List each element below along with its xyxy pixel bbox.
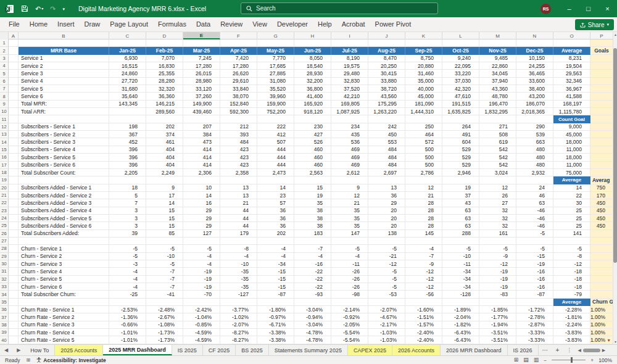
- cell[interactable]: [442, 238, 479, 245]
- cell[interactable]: -35: [220, 268, 257, 275]
- restore-button[interactable]: □: [579, 0, 598, 17]
- table-header-month[interactable]: Apr-25: [220, 47, 257, 54]
- cell[interactable]: -1.57%: [405, 321, 442, 329]
- goal-cell[interactable]: [590, 55, 613, 62]
- cell[interactable]: -3.77%: [220, 306, 257, 313]
- table-header-month[interactable]: Nov-25: [479, 47, 516, 54]
- cell[interactable]: 35,000: [405, 78, 442, 85]
- row-label[interactable]: Churn Rate - Service 1: [19, 306, 109, 313]
- cell[interactable]: 161: [479, 230, 516, 238]
- cell[interactable]: 198: [109, 123, 146, 131]
- cell[interactable]: 15: [146, 207, 183, 215]
- cell[interactable]: 752,200: [257, 108, 294, 115]
- cell[interactable]: 529: [442, 146, 479, 154]
- cell[interactable]: 17: [146, 192, 183, 199]
- cell[interactable]: 2,358: [220, 169, 257, 176]
- cell[interactable]: -4: [183, 253, 220, 260]
- cell[interactable]: 175,295: [368, 101, 405, 108]
- row-label[interactable]: Total Subscribers Added:: [19, 230, 109, 238]
- cell[interactable]: 3: [109, 207, 146, 215]
- goal-cell[interactable]: [590, 78, 613, 85]
- cell[interactable]: -22: [294, 268, 331, 275]
- cell[interactable]: 29: [183, 207, 220, 215]
- zoom-out-icon[interactable]: −: [544, 357, 547, 363]
- cell[interactable]: 35: [331, 207, 368, 215]
- cell[interactable]: -1.82%: [442, 321, 479, 329]
- cell[interactable]: [442, 176, 479, 184]
- average-cell[interactable]: 25: [553, 222, 590, 230]
- cell[interactable]: 264: [442, 123, 479, 131]
- cell[interactable]: -2.53%: [109, 306, 146, 313]
- cell[interactable]: 26,620: [220, 70, 257, 77]
- cell[interactable]: 24,255: [516, 62, 553, 70]
- cell[interactable]: -9: [405, 260, 442, 268]
- cell[interactable]: 484: [220, 138, 257, 146]
- cell[interactable]: -7: [146, 268, 183, 275]
- cell[interactable]: -6.71%: [257, 321, 294, 329]
- cell[interactable]: 48,780: [479, 93, 516, 100]
- cell[interactable]: [368, 39, 405, 47]
- average-cell[interactable]: 45,000: [553, 131, 590, 138]
- share-button[interactable]: Share ▾: [575, 19, 614, 30]
- cell[interactable]: 542: [479, 146, 516, 154]
- cell[interactable]: 27,885: [257, 70, 294, 77]
- goal-cell[interactable]: 1.00%: [590, 306, 613, 313]
- cell[interactable]: -11: [331, 260, 368, 268]
- goal-cell[interactable]: 750: [590, 184, 613, 192]
- average-cell[interactable]: 141: [553, 230, 590, 238]
- cell[interactable]: 38,400: [516, 85, 553, 93]
- cell[interactable]: [9, 245, 19, 252]
- cell[interactable]: -1.51%: [405, 313, 442, 321]
- cell[interactable]: 63: [442, 215, 479, 222]
- goal-cell[interactable]: [590, 268, 613, 275]
- row-number[interactable]: 3: [0, 55, 9, 62]
- cell[interactable]: 38: [294, 207, 331, 215]
- cell[interactable]: 19: [442, 184, 479, 192]
- cell[interactable]: 592,300: [220, 108, 257, 115]
- cell[interactable]: 35: [294, 199, 331, 207]
- cell[interactable]: 423: [220, 146, 257, 154]
- row-number[interactable]: 38: [0, 321, 9, 329]
- cell[interactable]: -0.66%: [109, 321, 146, 329]
- goal-cell[interactable]: [590, 260, 613, 268]
- cell[interactable]: 500: [405, 146, 442, 154]
- cell[interactable]: 10: [183, 184, 220, 192]
- average-cell[interactable]: 168,197: [553, 101, 590, 108]
- cell[interactable]: -1.01%: [109, 336, 146, 344]
- cell[interactable]: -4: [109, 268, 146, 275]
- sheet-tab-is-2026[interactable]: IS 2026: [508, 345, 539, 355]
- cell[interactable]: -3.04%: [294, 306, 331, 313]
- cell[interactable]: -6.43%: [442, 329, 479, 336]
- cell[interactable]: 43,560: [368, 93, 405, 100]
- cell[interactable]: 38,720: [368, 85, 405, 93]
- cell[interactable]: [183, 176, 220, 184]
- cell[interactable]: [9, 299, 19, 306]
- cell[interactable]: -5: [183, 245, 220, 252]
- row-label[interactable]: Total ARR:: [19, 108, 109, 115]
- table-header-name[interactable]: MRR Base: [19, 47, 109, 54]
- row-number[interactable]: 4: [0, 62, 9, 70]
- cell[interactable]: [479, 299, 516, 306]
- cell[interactable]: 412: [257, 131, 294, 138]
- cell[interactable]: 529: [442, 154, 479, 161]
- cell[interactable]: 8,750: [405, 55, 442, 62]
- cell[interactable]: [257, 39, 294, 47]
- cell[interactable]: -1.03%: [368, 329, 405, 336]
- cell[interactable]: -1.36%: [109, 313, 146, 321]
- cell[interactable]: [9, 108, 19, 115]
- cell[interactable]: 414: [183, 146, 220, 154]
- cell[interactable]: [146, 176, 183, 184]
- cell[interactable]: 542: [479, 162, 516, 169]
- menu-tab-view[interactable]: View: [247, 17, 272, 31]
- cell[interactable]: 20: [368, 215, 405, 222]
- cell[interactable]: 572: [405, 138, 442, 146]
- row-label[interactable]: Subscribers Added - Service 4: [19, 207, 109, 215]
- average-cell[interactable]: 14: [553, 184, 590, 192]
- cell[interactable]: 9: [146, 184, 183, 192]
- cell[interactable]: 222: [257, 123, 294, 131]
- cell[interactable]: 242: [368, 123, 405, 131]
- cell[interactable]: 26,015: [183, 70, 220, 77]
- menu-tab-help[interactable]: Help: [313, 17, 337, 31]
- cell[interactable]: -87: [257, 291, 294, 298]
- sheet-tab-cf-2025[interactable]: CF 2025: [203, 345, 236, 355]
